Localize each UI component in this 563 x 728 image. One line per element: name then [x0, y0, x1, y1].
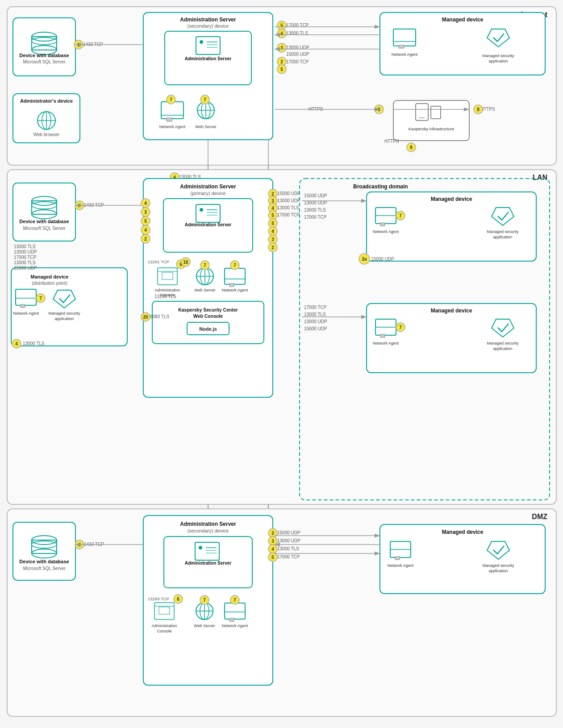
svg-rect-108 [21, 304, 25, 308]
internet-db-device-box [13, 18, 75, 76]
lan-bd2-security-label: Managed security [487, 341, 519, 345]
svg-point-7 [200, 40, 203, 44]
lan-dp-network-agent-label: Network Agent [13, 311, 39, 316]
bd2-port-15000: 15000 UDP [304, 326, 327, 331]
lan-nodejs-label: Node.js [199, 326, 217, 332]
svg-text:7: 7 [170, 97, 172, 102]
lan-ksc-title2: Web Console [193, 313, 222, 319]
lan-bd1-security-label: Managed security [487, 229, 519, 234]
svg-text:7: 7 [204, 97, 206, 102]
lan-bd2-network-agent-label: Network Agent [372, 341, 399, 345]
dmz-managed-network-agent-label: Network Agent [387, 563, 413, 568]
lan-admin-primary-subtitle: (primary) device [190, 191, 225, 196]
lan-r-13000tls: 13000 TLS [277, 205, 299, 210]
svg-text:4: 4 [271, 547, 274, 552]
svg-rect-131 [380, 223, 385, 226]
dmz-network-agent-label: Network Agent [221, 624, 248, 628]
svg-text:3: 3 [271, 539, 274, 544]
dmz-admin-console-label: Administration [151, 624, 177, 628]
internet-admin-server-subtitle: (secondary) device [187, 23, 229, 29]
lan-13291-tcp: 13291 TCP [148, 259, 169, 264]
svg-rect-138 [380, 334, 385, 337]
lan-bd1-title: Managed device [430, 196, 472, 202]
svg-rect-177 [395, 557, 400, 560]
lan-port-13000tls-l2: 13000 TLS [14, 260, 36, 265]
dmz-admin-server-inner-label: Administration Server [184, 561, 231, 566]
svg-text:7: 7 [234, 598, 236, 603]
svg-rect-98 [229, 283, 234, 287]
lan-bottom-13000-tls: 13000 TLS [23, 341, 45, 346]
lan-dp-security-label: Managed security [48, 311, 80, 316]
lan-r-13000udp: 13000 UDP [277, 198, 300, 203]
diagram-container: Internet Device with database Microsoft … [5, 4, 559, 723]
dmz-db-subtitle: Microsoft SQL Server [23, 566, 66, 571]
lan-managed-dp-box [11, 268, 127, 346]
svg-rect-23 [399, 45, 404, 48]
lan-dp-security-label2: application [54, 316, 74, 321]
svg-text:8: 8 [477, 107, 480, 112]
svg-text:2: 2 [271, 531, 274, 536]
lan-port-15000udp-l: 15000 UDP [14, 266, 37, 270]
lan-ksc-title: Kaspersky Security Center [178, 307, 238, 312]
bd2-port-17000: 17000 TCP [304, 305, 327, 310]
dmz-admin-server-title: Administration Server [180, 521, 236, 527]
svg-text:4: 4 [280, 31, 283, 36]
internet-db-subtitle: Microsoft SQL Server [23, 59, 66, 64]
svg-text:16: 16 [183, 260, 188, 265]
svg-text:7: 7 [204, 263, 206, 268]
lan-bd2-title: Managed device [430, 308, 472, 314]
dmz-admin-console-label2: Console [157, 629, 171, 633]
dmz-managed-device-title: Managed device [442, 529, 483, 535]
svg-text:2: 2 [280, 59, 283, 64]
svg-point-72 [200, 208, 203, 212]
internet-admin-device-title: Administrator's device [20, 98, 72, 104]
port-15000-udp-int-2: 15000 UDP [286, 52, 309, 57]
svg-rect-12 [167, 118, 172, 121]
lan-bd1-network-agent-label: Network Agent [372, 229, 399, 234]
svg-text:3: 3 [271, 237, 274, 242]
dmz-managed-security-label: Managed security [482, 563, 514, 568]
svg-text:7: 7 [39, 296, 42, 301]
svg-text:7: 7 [399, 213, 402, 218]
lan-bd1-security-label2: application [493, 235, 512, 239]
bd1-port-15000: 15000 UDP [304, 193, 327, 198]
svg-text:2: 2 [144, 237, 147, 241]
bd1-15000-udp: 15000 UDP [371, 257, 394, 262]
lan-port-17000tcp-l: 17000 TCP [14, 255, 37, 260]
svg-text:5: 5 [144, 219, 147, 224]
svg-text:7: 7 [203, 598, 206, 603]
lan-bd1-box [367, 192, 536, 261]
svg-text:6: 6 [177, 597, 179, 602]
lan-13299-tls: 13299 TLS [154, 294, 176, 299]
svg-text:5: 5 [280, 23, 283, 28]
lan-db-title: Device with database [19, 219, 69, 224]
svg-text:20: 20 [143, 315, 148, 320]
internet-admin-device-subtitle: Web browser [33, 132, 59, 137]
svg-text:5: 5 [271, 213, 274, 218]
lan-db-device-box [13, 183, 75, 241]
svg-text:3: 3 [144, 210, 147, 215]
dmz-13299-tcp: 13299 TCP [148, 596, 169, 601]
svg-text:4: 4 [271, 229, 274, 234]
svg-text:4: 4 [144, 201, 147, 206]
dmz-port-17000: 17000 TCP [277, 554, 300, 559]
lan-db-subtitle: Microsoft SQL Server [23, 226, 66, 231]
lan-admin-console-label: Administration [154, 288, 180, 292]
lan-r-17000tcp: 17000 TCP [277, 212, 300, 217]
internet-db-title: Device with database [19, 53, 69, 58]
lan-admin-server-inner-label: Administration Server [184, 222, 231, 227]
bd1-port-13000tls: 13000 TLS [304, 208, 326, 212]
svg-text:5: 5 [280, 67, 283, 72]
lan-network-agent-label: Network Agent [221, 288, 248, 292]
lan-web-server-label: Web Server [194, 288, 215, 292]
svg-point-156 [199, 546, 202, 549]
svg-text:2: 2 [271, 245, 274, 250]
internet-network-agent-label2: Network Agent [391, 52, 417, 57]
dmz-label: DMZ [532, 513, 547, 520]
svg-text:4: 4 [271, 206, 274, 211]
svg-text:3: 3 [271, 199, 274, 204]
lan-admin-primary-title: Administration Server [180, 183, 236, 190]
bd2-port-13000udp: 13000 UDP [304, 319, 327, 324]
svg-text:4: 4 [15, 341, 18, 346]
internet-network-agent-label: Network Agent [159, 125, 185, 129]
